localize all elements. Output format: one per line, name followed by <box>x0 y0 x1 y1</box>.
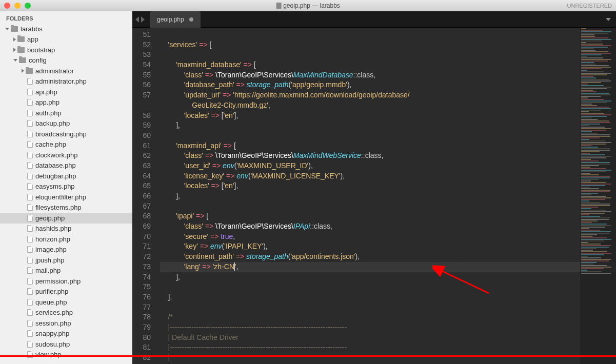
file-item[interactable]: eloquentfilter.php <box>0 192 132 203</box>
file-item[interactable]: debugbar.php <box>0 171 132 181</box>
unsaved-dot-icon <box>189 17 193 22</box>
window-title: geoip.php — larabbs <box>276 2 340 9</box>
tree-item-label: mail.php <box>35 267 61 274</box>
close-icon[interactable] <box>4 3 10 9</box>
file-item[interactable]: filesystems.php <box>0 203 132 213</box>
file-item[interactable]: view.php <box>0 350 132 360</box>
file-item[interactable]: hashids.php <box>0 224 132 234</box>
file-icon <box>27 141 33 148</box>
tree-item-label: hashids.php <box>35 225 71 232</box>
file-item[interactable]: jpush.php <box>0 255 132 266</box>
folder-item[interactable]: larabbs <box>0 24 132 34</box>
file-item[interactable]: queue.php <box>0 297 132 308</box>
tree-item-label: app.php <box>35 98 59 106</box>
tree-item-label: bootstrap <box>27 46 55 54</box>
file-icon <box>27 278 33 285</box>
file-item[interactable]: image.php <box>0 245 132 255</box>
tree-item-label: snappy.php <box>35 330 69 337</box>
tree-item-label: cache.php <box>35 140 66 148</box>
file-icon <box>276 3 281 9</box>
file-item[interactable]: auth.php <box>0 108 132 118</box>
file-icon <box>27 320 33 327</box>
file-item[interactable]: easysms.php <box>0 181 132 192</box>
folder-item[interactable]: bootstrap <box>0 45 132 55</box>
file-icon <box>27 299 33 306</box>
file-icon <box>27 341 33 348</box>
file-item[interactable]: snappy.php <box>0 329 132 339</box>
file-icon <box>27 225 33 232</box>
tree-item-label: clockwork.php <box>35 151 77 159</box>
file-item[interactable]: administrator.php <box>0 76 132 87</box>
file-item[interactable]: cache.php <box>0 139 132 150</box>
folder-icon <box>17 47 25 53</box>
tree-item-label: eloquentfilter.php <box>35 193 86 201</box>
tree-item-label: broadcasting.php <box>35 130 87 138</box>
tree-item-label: sudosu.php <box>35 340 70 348</box>
folder-item[interactable]: administrator <box>0 66 132 76</box>
file-icon <box>27 288 33 295</box>
folders-header: FOLDERS <box>0 11 132 24</box>
tab-label: geoip.php <box>157 16 184 23</box>
tree-item-label: larabbs <box>21 25 43 33</box>
file-item[interactable]: permission.php <box>0 276 132 287</box>
sidebar: FOLDERS larabbsappbootstrapconfigadminis… <box>0 11 132 364</box>
file-item[interactable]: backup.php <box>0 118 132 129</box>
file-item[interactable]: clockwork.php <box>0 150 132 160</box>
file-icon <box>27 173 33 179</box>
folder-icon <box>11 26 18 32</box>
file-icon <box>27 99 33 106</box>
folder-icon <box>17 36 25 42</box>
gutter: 5152535455565758596061626364656667686970… <box>132 28 156 364</box>
tree-item-label: session.php <box>35 319 71 327</box>
tree-item-label: purifier.php <box>35 288 68 295</box>
file-icon <box>27 152 33 158</box>
tabs-dropdown-icon[interactable] <box>606 18 611 21</box>
maximize-icon[interactable] <box>25 3 31 9</box>
nav-forward-icon[interactable] <box>141 16 145 23</box>
file-icon <box>27 162 33 169</box>
editor-area: geoip.php 515253545556575859606162636465… <box>132 11 616 364</box>
file-icon <box>27 183 33 190</box>
file-item[interactable]: session.php <box>0 318 132 329</box>
tree-item-label: permission.php <box>35 277 81 285</box>
file-item[interactable]: database.php <box>0 160 132 171</box>
tree-item-label: jpush.php <box>35 256 64 264</box>
file-item[interactable]: geoip.php <box>0 213 132 224</box>
tab-geoip[interactable]: geoip.php <box>150 11 201 28</box>
tree-item-label: horizon.php <box>35 235 70 243</box>
file-item[interactable]: sudosu.php <box>0 339 132 350</box>
tree-item-label: queue.php <box>35 298 67 306</box>
file-icon <box>27 236 33 242</box>
tree-item-label: auth.php <box>35 109 62 117</box>
file-item[interactable]: horizon.php <box>0 234 132 245</box>
title-text: geoip.php — larabbs <box>283 2 340 9</box>
folder-item[interactable]: app <box>0 34 132 45</box>
file-icon <box>27 246 33 253</box>
window-controls <box>4 3 31 9</box>
tree-item-label: view.php <box>35 351 62 358</box>
file-icon <box>27 215 33 221</box>
minimap[interactable] <box>580 28 616 364</box>
file-icon <box>27 131 33 137</box>
tree-item-label: administrator.php <box>35 77 87 85</box>
file-icon <box>27 204 33 211</box>
tree-item-label: app <box>27 35 38 43</box>
file-item[interactable]: app.php <box>0 97 132 108</box>
file-item[interactable]: mail.php <box>0 266 132 276</box>
file-item[interactable]: services.php <box>0 308 132 318</box>
tree-item-label: debugbar.php <box>35 172 76 180</box>
file-item[interactable]: purifier.php <box>0 287 132 297</box>
file-icon <box>27 194 33 200</box>
file-icon <box>27 120 33 127</box>
file-icon <box>27 330 33 337</box>
nav-back-icon[interactable] <box>135 16 139 23</box>
file-icon <box>27 351 33 358</box>
code-content[interactable]: 'services' => [ 'maxmind_database' => [ … <box>156 28 616 364</box>
folder-item[interactable]: config <box>0 55 132 66</box>
file-item[interactable]: api.php <box>0 87 132 97</box>
minimize-icon[interactable] <box>14 3 21 9</box>
code-editor[interactable]: 5152535455565758596061626364656667686970… <box>132 28 616 364</box>
tree-item-label: backup.php <box>35 119 70 127</box>
file-item[interactable]: broadcasting.php <box>0 129 132 139</box>
file-icon <box>27 309 33 316</box>
